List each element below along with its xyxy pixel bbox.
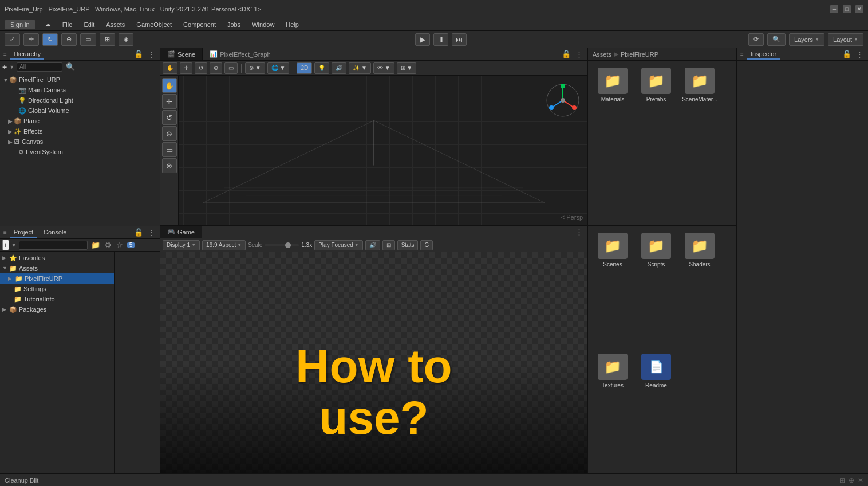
scene-lock-btn[interactable]: 🔓 — [561, 50, 572, 58]
hierarchy-item-effects[interactable]: ▶ ✨ Effects — [0, 126, 160, 136]
console-tab[interactable]: Console — [40, 228, 70, 238]
project-menu-btn[interactable]: ⋮ — [147, 228, 156, 237]
hierarchy-lock-btn[interactable]: 🔓 — [133, 50, 144, 58]
file-materials[interactable]: 📁 Materials — [593, 65, 633, 105]
scale-tool[interactable]: ⊕ — [61, 33, 77, 46]
game-viewport[interactable]: How to use? — [160, 252, 587, 473]
file-scenemater[interactable]: 📁 SceneMater... — [680, 65, 720, 105]
2d-button[interactable]: 2D — [297, 62, 312, 74]
project-search-input[interactable] — [19, 241, 88, 250]
stats-button[interactable]: Stats — [397, 240, 419, 250]
light-toggle[interactable]: 💡 — [314, 62, 329, 74]
proj-item-tutorialinfo[interactable]: 📁 TutorialInfo — [0, 294, 114, 304]
proj-item-packages[interactable]: ▶ 📦 Packages — [0, 304, 114, 315]
rect-tool[interactable]: ▭ — [80, 33, 96, 46]
grid-button[interactable]: ⊞ — [382, 240, 395, 250]
breadcrumb-pixelfire[interactable]: PixelFireURP — [621, 51, 658, 58]
hierarchy-tab[interactable]: Hierarchy — [10, 49, 44, 60]
extra-side-btn[interactable]: ⊗ — [162, 158, 177, 173]
rotate-tool[interactable]: ↻ — [42, 33, 58, 46]
play-button[interactable]: ▶ — [415, 33, 430, 46]
menu-edit[interactable]: Edit — [79, 20, 99, 29]
crosshair-side-btn[interactable]: ✛ — [162, 94, 177, 109]
gizmos-toggle[interactable]: ⊞ ▼ — [397, 62, 417, 74]
hand-tool[interactable]: ✋ — [163, 62, 177, 74]
scene-gizmo[interactable] — [543, 80, 583, 120]
proj-item-assets[interactable]: ▼ 📁 Assets — [0, 263, 114, 273]
transform2-tool[interactable]: ⊞ — [100, 33, 115, 46]
game-tab-game[interactable]: 🎮 Game — [160, 226, 202, 238]
file-readme[interactable]: 📄 Readme — [636, 351, 676, 469]
file-scenes[interactable]: 📁 Scenes — [593, 230, 633, 348]
breadcrumb-assets[interactable]: Assets — [593, 51, 611, 58]
menu-component[interactable]: Component — [179, 20, 220, 29]
rect-scene-tool[interactable]: ▭ — [224, 62, 238, 74]
file-textures[interactable]: 📁 Textures — [593, 351, 633, 469]
hierarchy-menu-btn[interactable]: ⋮ — [147, 50, 156, 58]
project-lock-btn[interactable]: 🔓 — [133, 228, 144, 237]
project-filter-icon[interactable]: ⚙ — [104, 241, 113, 249]
project-add-button[interactable]: + — [2, 240, 9, 250]
scene-menu-btn[interactable]: ⋮ — [574, 50, 584, 58]
scale-slider[interactable] — [265, 244, 299, 246]
menu-window[interactable]: Window — [247, 20, 279, 29]
gizmos-button[interactable]: G — [420, 240, 433, 250]
scale-scene-tool[interactable]: ⊕ — [210, 62, 222, 74]
scene-viewport[interactable]: < Persp ✋ ✛ ↺ ⊕ ▭ ⊗ — [160, 76, 587, 225]
project-folder-icon[interactable]: 📁 — [90, 241, 101, 249]
rect-side-btn[interactable]: ▭ — [162, 142, 177, 157]
cursor-tool[interactable]: ✛ — [180, 62, 192, 74]
custom-tool[interactable]: ◈ — [119, 33, 133, 46]
close-button[interactable]: ✕ — [855, 5, 863, 13]
effects-toggle[interactable]: ✨ ▼ — [349, 62, 371, 74]
hidden-toggle[interactable]: 👁 ▼ — [373, 62, 394, 74]
hierarchy-search-icon[interactable]: 🔍 — [65, 62, 76, 71]
menu-gameobject[interactable]: GameObject — [132, 20, 176, 29]
rotate-scene-tool[interactable]: ↺ — [195, 62, 207, 74]
menu-jobs[interactable]: Jobs — [223, 20, 245, 29]
sign-in-button[interactable]: Sign in — [5, 20, 35, 29]
transform-tool[interactable]: ⤢ — [5, 33, 20, 46]
hierarchy-search-input[interactable] — [17, 62, 62, 72]
volume-button[interactable]: 🔊 — [365, 240, 380, 250]
search-button[interactable]: 🔍 — [767, 33, 786, 46]
file-scripts[interactable]: 📁 Scripts — [636, 230, 676, 348]
game-menu-btn[interactable]: ⋮ — [574, 228, 584, 236]
inspector-menu-btn[interactable]: ⋮ — [855, 50, 865, 58]
proj-item-settings[interactable]: 📁 Settings — [0, 284, 114, 294]
hierarchy-root[interactable]: ▼ 📦 PixelFire_URP — [0, 75, 160, 85]
hierarchy-item-eventsystem[interactable]: ⚙ EventSystem — [0, 147, 160, 157]
hierarchy-item-canvas[interactable]: ▶ 🖼 Canvas — [0, 136, 160, 147]
menu-file[interactable]: File — [58, 20, 77, 29]
move-tool[interactable]: ✛ — [23, 33, 39, 46]
hierarchy-item-main-camera[interactable]: 📷 Main Camera — [0, 85, 160, 95]
inspector-tab[interactable]: Inspector — [747, 49, 780, 60]
file-shaders[interactable]: 📁 Shaders — [680, 230, 720, 348]
proj-item-pixelfireurp[interactable]: ▶ 📁 PixelFireURP — [0, 273, 114, 284]
cloud-icon[interactable]: ☁ — [40, 19, 56, 29]
file-prefabs[interactable]: 📁 Prefabs — [636, 65, 676, 105]
menu-help[interactable]: Help — [281, 20, 303, 29]
maximize-button[interactable]: □ — [843, 5, 851, 13]
project-star-icon[interactable]: ☆ — [115, 241, 124, 249]
scene-tab-scene[interactable]: 🎬 Scene — [160, 48, 203, 60]
scene-tab-graph[interactable]: 📊 PixelEffect_Graph — [203, 48, 278, 60]
hierarchy-item-directional-light[interactable]: 💡 Directional Light — [0, 95, 160, 105]
display-button[interactable]: Display 1 ▼ — [163, 240, 200, 250]
hand-side-btn[interactable]: ✋ — [162, 78, 177, 93]
pause-button[interactable]: ⏸ — [433, 33, 448, 46]
scale-side-btn[interactable]: ⊕ — [162, 126, 177, 141]
audio-toggle[interactable]: 🔊 — [332, 62, 346, 74]
global-tool[interactable]: 🌐 ▼ — [267, 62, 290, 74]
rotate-side-btn[interactable]: ↺ — [162, 110, 177, 125]
hierarchy-add-button[interactable]: + — [2, 62, 7, 72]
inspector-lock-btn[interactable]: 🔓 — [841, 50, 853, 58]
hierarchy-item-global-volume[interactable]: 🌐 Global Volume — [0, 105, 160, 116]
step-button[interactable]: ⏭ — [452, 33, 467, 46]
play-focused-button[interactable]: Play Focused ▼ — [314, 240, 363, 250]
menu-assets[interactable]: Assets — [101, 20, 129, 29]
hierarchy-item-plane[interactable]: ▶ 📦 Plane — [0, 116, 160, 126]
proj-item-favorites[interactable]: ▶ ⭐ Favorites — [0, 253, 114, 263]
layout-button[interactable]: Layout ▼ — [828, 33, 863, 46]
collab-button[interactable]: ⟳ — [748, 33, 764, 46]
